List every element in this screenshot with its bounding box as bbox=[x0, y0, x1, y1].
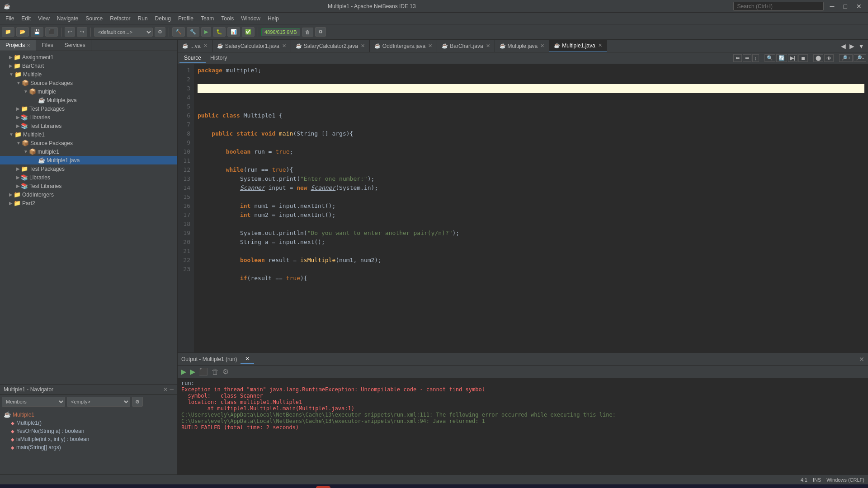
expand-barchart[interactable]: ▶ bbox=[9, 63, 13, 68]
menu-view[interactable]: View bbox=[34, 14, 53, 23]
minimize-button[interactable]: ─ bbox=[827, 2, 837, 11]
expand-multiple[interactable]: ▼ bbox=[9, 72, 14, 77]
test-button[interactable]: ✅ bbox=[242, 27, 255, 37]
tree-item-multiple1-pkg[interactable]: ▼ 📦 multiple1 bbox=[0, 147, 177, 156]
open-button[interactable]: 📂 bbox=[16, 27, 29, 37]
tab-nav-dropdown[interactable]: ▼ bbox=[856, 42, 866, 51]
expand-multiple1-src[interactable]: ▼ bbox=[16, 141, 21, 145]
projects-tab-close[interactable]: ✕ bbox=[27, 43, 30, 48]
close-tab-sc1[interactable]: ✕ bbox=[282, 43, 286, 49]
navigator-class-item[interactable]: ☕ Multiple1 bbox=[2, 410, 175, 419]
navigator-members-select[interactable]: Members bbox=[2, 397, 65, 407]
menu-edit[interactable]: Edit bbox=[18, 14, 34, 23]
tab-nav-right[interactable]: ▶ bbox=[848, 42, 856, 51]
close-tab-bc[interactable]: ✕ bbox=[486, 43, 490, 49]
expand-multiple-pkg[interactable]: ▼ bbox=[24, 89, 28, 94]
menu-tools[interactable]: Tools bbox=[217, 14, 237, 23]
tree-item-multiple-java[interactable]: ☕ Multiple.java bbox=[0, 96, 177, 104]
file-explorer-icon[interactable]: 📁 bbox=[251, 486, 265, 488]
toolbar-run-cursor[interactable]: ▶| bbox=[788, 54, 797, 62]
expand-oddintergers[interactable]: ▶ bbox=[9, 192, 13, 197]
global-search-input[interactable] bbox=[733, 2, 824, 11]
close-tab-mult1[interactable]: ✕ bbox=[598, 42, 602, 48]
tab-nav-left[interactable]: ◀ bbox=[839, 42, 848, 51]
save-all-button[interactable]: ⬛ bbox=[45, 27, 58, 37]
store-icon[interactable]: 🛍 bbox=[267, 486, 282, 488]
task-view-button[interactable]: ⧉ bbox=[218, 486, 233, 488]
output-stop-button[interactable]: ⬛ bbox=[198, 366, 209, 377]
tree-item-multiple-pkg[interactable]: ▼ 📦 multiple bbox=[0, 87, 177, 96]
navigator-close[interactable]: ✕ bbox=[163, 386, 168, 393]
word-icon[interactable]: W bbox=[365, 486, 379, 488]
close-button[interactable]: ✕ bbox=[854, 2, 864, 11]
redo-button[interactable]: ↪ bbox=[77, 27, 87, 37]
gc2-button[interactable]: ♻ bbox=[315, 27, 326, 37]
tree-item-multiple-libs[interactable]: ▶ 📚 Libraries bbox=[0, 113, 177, 122]
netbeans-icon[interactable]: ☕ bbox=[349, 486, 363, 488]
gc-button[interactable]: 🗑 bbox=[302, 28, 313, 37]
toolbar-breakpoint[interactable]: ⬤ bbox=[813, 54, 823, 62]
toolbar-toggle[interactable]: ↕ bbox=[752, 54, 760, 62]
tree-item-multiple1-test[interactable]: ▶ 📁 Test Packages bbox=[0, 164, 177, 173]
output-clear-button[interactable]: 🗑 bbox=[210, 367, 220, 377]
profile-button[interactable]: 📊 bbox=[227, 27, 240, 37]
subtab-history[interactable]: History bbox=[206, 53, 231, 63]
close-tab-sc2[interactable]: ✕ bbox=[361, 43, 365, 49]
output-run2-button[interactable]: ▶ bbox=[189, 366, 197, 377]
close-tab-odd[interactable]: ✕ bbox=[428, 43, 432, 49]
navigator-minimize[interactable]: ─ bbox=[170, 386, 174, 393]
editor-tab-bc[interactable]: ☕ BarChart.java ✕ bbox=[437, 40, 495, 52]
tree-item-part2[interactable]: ▶ 📁 Part2 bbox=[0, 199, 177, 207]
edge-icon[interactable]: 🌐 bbox=[235, 486, 249, 488]
mail-icon[interactable]: ✉ bbox=[283, 486, 298, 488]
run-config-button[interactable]: ⚙ bbox=[155, 27, 165, 37]
clean-build-button[interactable]: 🔧 bbox=[187, 27, 199, 37]
toolbar-replace[interactable]: 🔄 bbox=[776, 54, 787, 62]
toolbar-zoom-in[interactable]: 🔎+ bbox=[839, 54, 853, 62]
toolbar-zoom-out[interactable]: 🔎- bbox=[854, 54, 866, 62]
navigator-filter-select[interactable]: <empty> bbox=[67, 397, 130, 407]
tree-item-multiple1[interactable]: ▼ 📁 Multiple1 bbox=[0, 130, 177, 139]
editor-tab-sc2[interactable]: ☕ SalaryCalculator2.java ✕ bbox=[291, 40, 370, 52]
menu-debug[interactable]: Debug bbox=[151, 14, 175, 23]
tree-item-multiple1-libs[interactable]: ▶ 📚 Libraries bbox=[0, 173, 177, 182]
menu-run[interactable]: Run bbox=[134, 14, 151, 23]
navigator-method-ismultiple[interactable]: ◆ isMultiple(int x, int y) : boolean bbox=[2, 435, 175, 443]
chrome-icon[interactable]: ⭕ bbox=[332, 486, 347, 488]
expand-multiple-libs[interactable]: ▶ bbox=[16, 115, 20, 120]
editor-tab-sc1[interactable]: ☕ SalaryCalculator1.java ✕ bbox=[212, 40, 291, 52]
expand-multiple-test[interactable]: ▶ bbox=[16, 106, 20, 111]
tree-item-assignment1[interactable]: ▶ 📁 Assignment1 bbox=[0, 53, 177, 61]
expand-assignment1[interactable]: ▶ bbox=[9, 55, 13, 60]
navigator-method-main[interactable]: ◆ main(String[] args) bbox=[2, 443, 175, 451]
subtab-source[interactable]: Source bbox=[179, 53, 206, 63]
toolbar-watch[interactable]: 👁 bbox=[824, 54, 834, 62]
output-settings-button[interactable]: ⚙ bbox=[221, 366, 230, 377]
tree-item-multiple1-testlibs[interactable]: ▶ 📚 Test Libraries bbox=[0, 182, 177, 190]
editor-tab-mult[interactable]: ☕ Multiple.java ✕ bbox=[495, 40, 550, 52]
output-close-button[interactable]: ✕ bbox=[859, 356, 864, 363]
menu-file[interactable]: File bbox=[2, 14, 18, 23]
expand-part2[interactable]: ▶ bbox=[9, 201, 13, 206]
tree-item-multiple-testlibs[interactable]: ▶ 📚 Test Libraries bbox=[0, 122, 177, 130]
run-button[interactable]: ▶ bbox=[201, 27, 211, 37]
tree-item-multiple1-src[interactable]: ▼ 📦 Source Packages bbox=[0, 139, 177, 147]
expand-multiple-src[interactable]: ▼ bbox=[16, 80, 21, 85]
toolbar-back[interactable]: ⬅ bbox=[733, 54, 742, 62]
close-tab-mult[interactable]: ✕ bbox=[540, 43, 544, 49]
tab-services[interactable]: Services bbox=[59, 40, 91, 51]
menu-refactor[interactable]: Refactor bbox=[106, 14, 134, 23]
code-editor[interactable]: package multiple1; public class Multiple… bbox=[194, 64, 868, 352]
menu-window[interactable]: Window bbox=[237, 14, 264, 23]
expand-multiple1-libs[interactable]: ▶ bbox=[16, 175, 20, 180]
left-panel-minimize[interactable]: ─ bbox=[170, 40, 177, 51]
firefox-icon[interactable]: 🦊 bbox=[300, 486, 314, 488]
expand-multiple1-testlibs[interactable]: ▶ bbox=[16, 183, 20, 188]
tree-item-multiple[interactable]: ▼ 📁 Multiple bbox=[0, 70, 177, 79]
menu-team[interactable]: Team bbox=[197, 14, 217, 23]
editor-tab-mult1[interactable]: ☕ Multiple1.java ✕ bbox=[549, 40, 607, 52]
navigator-method-yesorno[interactable]: ◆ YesOrNo(String a) : boolean bbox=[2, 427, 175, 435]
output-run-button[interactable]: ▶ bbox=[179, 366, 188, 377]
maximize-button[interactable]: □ bbox=[841, 2, 850, 11]
app-icon-red[interactable]: ● bbox=[316, 486, 330, 488]
